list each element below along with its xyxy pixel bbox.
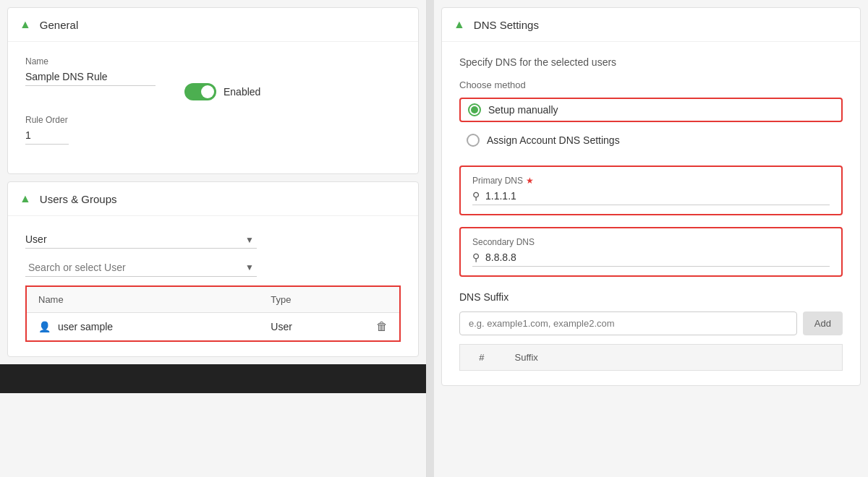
search-select-input[interactable] bbox=[28, 262, 239, 273]
dns-section-body: Specify DNS for the selected users Choos… bbox=[442, 42, 860, 385]
type-select[interactable]: User Group bbox=[25, 231, 257, 249]
left-panel: ▲ General Name Sample DNS Rule Enabled R bbox=[0, 0, 427, 477]
users-section: ▲ Users & Groups User Group ▼ ▼ bbox=[7, 181, 419, 357]
general-section-body: Name Sample DNS Rule Enabled Rule Order … bbox=[8, 42, 418, 173]
method-account-label: Assign Account DNS Settings bbox=[487, 134, 620, 146]
dns-suffix-label: DNS Suffix bbox=[459, 291, 843, 303]
radio-inner-dot bbox=[471, 106, 478, 113]
method-manual-option[interactable]: Setup manually bbox=[459, 98, 843, 122]
user-name-text: user sample bbox=[58, 321, 113, 332]
suffix-col-suffix: Suffix bbox=[503, 345, 843, 371]
delete-user-icon[interactable]: 🗑 bbox=[376, 320, 388, 332]
enabled-toggle-container: Enabled bbox=[184, 83, 260, 100]
users-table: Name Type 👤 user sample User bbox=[25, 285, 401, 342]
primary-dns-pin-icon: ⚲ bbox=[472, 190, 480, 202]
user-icon: 👤 bbox=[38, 321, 51, 332]
panel-divider bbox=[427, 0, 434, 477]
dns-description: Specify DNS for the selected users bbox=[459, 56, 843, 68]
user-name-cell: 👤 user sample bbox=[26, 313, 259, 342]
users-chevron-icon: ▲ bbox=[20, 192, 31, 205]
choose-method-label: Choose method bbox=[459, 80, 843, 90]
add-suffix-button[interactable]: Add bbox=[803, 311, 843, 335]
user-actions-cell: 🗑 bbox=[365, 313, 400, 342]
right-panel: ▲ DNS Settings Specify DNS for the selec… bbox=[434, 0, 868, 477]
secondary-dns-box: Secondary DNS ⚲ bbox=[459, 227, 843, 277]
secondary-dns-input[interactable] bbox=[485, 252, 830, 263]
primary-dns-input[interactable] bbox=[485, 190, 830, 202]
user-type-cell: User bbox=[259, 313, 365, 342]
primary-dns-label: Primary DNS ★ bbox=[472, 176, 830, 186]
general-inline-fields: Name Sample DNS Rule Enabled bbox=[25, 56, 401, 100]
method-account-radio-icon bbox=[467, 134, 480, 147]
primary-dns-input-row: ⚲ bbox=[472, 190, 830, 205]
general-chevron-icon: ▲ bbox=[20, 18, 31, 31]
secondary-dns-input-row: ⚲ bbox=[472, 252, 830, 267]
suffix-table: # Suffix bbox=[459, 344, 843, 371]
toggle-slider bbox=[184, 83, 216, 100]
users-section-header[interactable]: ▲ Users & Groups bbox=[8, 182, 418, 216]
general-section: ▲ General Name Sample DNS Rule Enabled R bbox=[7, 7, 419, 174]
name-field-group: Name Sample DNS Rule bbox=[25, 56, 156, 86]
method-manual-label: Setup manually bbox=[488, 104, 558, 116]
enabled-toggle[interactable] bbox=[184, 83, 216, 100]
type-select-wrapper: User Group ▼ bbox=[25, 231, 257, 249]
required-star: ★ bbox=[526, 176, 534, 186]
users-section-body: User Group ▼ ▼ Name Type bbox=[8, 216, 418, 356]
dns-chevron-icon: ▲ bbox=[454, 18, 465, 31]
dns-suffix-input-row: Add bbox=[459, 311, 843, 335]
dns-section-title: DNS Settings bbox=[474, 19, 539, 31]
general-section-title: General bbox=[40, 19, 78, 31]
search-select-arrow-icon: ▼ bbox=[245, 262, 254, 272]
method-account-option[interactable]: Assign Account DNS Settings bbox=[459, 129, 843, 151]
user-type-text: User bbox=[271, 321, 292, 332]
col-actions-header bbox=[365, 286, 400, 313]
dns-suffix-input[interactable] bbox=[459, 311, 797, 335]
bottom-black-bar bbox=[0, 364, 426, 393]
enabled-label: Enabled bbox=[224, 86, 260, 98]
col-name-header: Name bbox=[26, 286, 259, 313]
suffix-col-hash: # bbox=[460, 345, 503, 371]
table-row: 👤 user sample User 🗑 bbox=[26, 313, 400, 342]
method-manual-radio-icon bbox=[468, 103, 481, 116]
rule-order-field-group: Rule Order 1 bbox=[25, 115, 401, 145]
search-select-wrapper[interactable]: ▼ bbox=[25, 259, 257, 277]
col-type-header: Type bbox=[259, 286, 365, 313]
users-section-title: Users & Groups bbox=[40, 193, 117, 205]
name-label: Name bbox=[25, 56, 156, 66]
general-section-header[interactable]: ▲ General bbox=[8, 8, 418, 42]
secondary-dns-label: Secondary DNS bbox=[472, 237, 830, 247]
name-value: Sample DNS Rule bbox=[25, 71, 156, 86]
rule-order-value: 1 bbox=[25, 129, 69, 145]
primary-dns-box: Primary DNS ★ ⚲ bbox=[459, 166, 843, 215]
rule-order-label: Rule Order bbox=[25, 115, 401, 125]
dns-section-header[interactable]: ▲ DNS Settings bbox=[442, 8, 860, 42]
dns-suffix-section: DNS Suffix Add # Suffix bbox=[459, 291, 843, 371]
secondary-dns-pin-icon: ⚲ bbox=[472, 252, 480, 263]
dns-section: ▲ DNS Settings Specify DNS for the selec… bbox=[441, 7, 861, 386]
